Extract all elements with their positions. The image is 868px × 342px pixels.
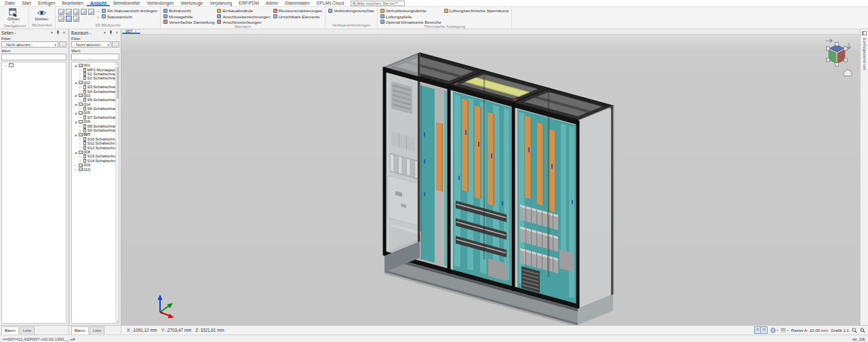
tab-close-icon[interactable]: ✕ bbox=[134, 29, 137, 33]
raster-indicator[interactable]: Raster A: 10,00 mm bbox=[791, 328, 828, 332]
viewport-tab-007[interactable]: 007 ✕ bbox=[122, 29, 140, 34]
grafik-indicator[interactable]: Grafik 1:1 bbox=[831, 328, 849, 332]
menu-tab-admin[interactable]: Admin bbox=[262, 0, 281, 6]
viewpoint-preset-icon[interactable] bbox=[81, 9, 87, 15]
revisionsmarkierungen-button[interactable]: Revisionsmarkierungen bbox=[273, 8, 323, 13]
seiten-tab-baum[interactable]: Baum bbox=[1, 326, 19, 335]
menu-tab-start[interactable]: Start bbox=[18, 0, 35, 6]
expand-icon[interactable]: ◢ bbox=[74, 111, 77, 115]
bauraum-filter-more-button[interactable]: ... bbox=[112, 41, 119, 48]
viewpoint-preset-icon[interactable] bbox=[73, 16, 79, 22]
tree-node-s3-schaltschrank[interactable]: ▷S3:Schaltschrank bbox=[73, 85, 119, 89]
menu-tab-ansicht[interactable]: Ansicht bbox=[87, 0, 110, 6]
menu-tab-eplan-cloud[interactable]: EPLAN Cloud bbox=[313, 0, 347, 6]
verlustleistungsdichte-button[interactable]: Verlustleistungsdichte bbox=[380, 8, 441, 13]
layers-dropdown[interactable]: ▾ bbox=[781, 328, 788, 333]
menu-tab-betriebsmittel[interactable]: Betriebsmittel bbox=[110, 0, 143, 6]
coordinate-system-dropdown[interactable]: ▾ bbox=[770, 328, 778, 333]
expand-icon[interactable]: ▷ bbox=[79, 146, 82, 149]
bauraum-wert-input[interactable] bbox=[71, 54, 119, 60]
tree-node-s5-schaltschrank[interactable]: ▷S5:Schaltschrank bbox=[73, 98, 119, 102]
bauraum-filter-dropdown[interactable]: - Nicht aktiviert - ▾ bbox=[71, 41, 111, 48]
tree-node-s11-schaltschrank[interactable]: ▷S11:Schaltschrank bbox=[73, 141, 119, 145]
menu-tab-bearbeiten[interactable]: Bearbeiten bbox=[59, 0, 87, 6]
expand-icon[interactable]: ▷ bbox=[79, 72, 82, 75]
chevron-down-icon[interactable]: ▾ bbox=[50, 31, 54, 35]
seiten-tree[interactable]: ▷ bbox=[1, 62, 66, 324]
pin-icon[interactable] bbox=[108, 31, 113, 35]
tree-node-s6-schaltschrank[interactable]: ▷S6:Schaltschrank bbox=[73, 107, 119, 111]
bohransicht-button[interactable]: Bohransicht bbox=[163, 8, 214, 13]
menu-tab-werkzeuge[interactable]: Werkzeuge bbox=[177, 0, 206, 6]
search-box[interactable] bbox=[351, 1, 405, 6]
zoom-fit-icon[interactable] bbox=[860, 328, 865, 333]
pin-icon[interactable] bbox=[56, 31, 60, 35]
bauraum-tree[interactable]: ▲ ▼ ◢001▷MP1:Montageplatte▷S1:Schaltschr… bbox=[71, 62, 119, 324]
seiten-filter-more-button[interactable]: ... bbox=[59, 41, 66, 48]
tree-node-mp1-montageplatte[interactable]: ▷MP1:Montageplatte bbox=[73, 67, 119, 71]
expand-icon[interactable]: ▷ bbox=[79, 77, 82, 80]
expand-icon[interactable]: ▷ bbox=[79, 107, 82, 111]
expand-icon[interactable]: ◢ bbox=[74, 120, 77, 124]
expand-icon[interactable]: ▷ bbox=[79, 142, 82, 145]
expand-icon[interactable]: ▷ bbox=[79, 155, 82, 158]
expand-icon[interactable]: ▷ bbox=[79, 137, 82, 140]
design-mode-icon[interactable]: ⊓ bbox=[761, 327, 767, 333]
expand-icon[interactable]: ▷ bbox=[4, 64, 7, 67]
close-icon[interactable]: ✕ bbox=[62, 31, 66, 35]
viewpoint-preset-icon[interactable] bbox=[58, 9, 64, 15]
anschlussbezeichnungen-button[interactable]: Anschlussbezeichnungen bbox=[217, 14, 270, 18]
tree-node-s8-schaltschrank[interactable]: ▷S8:Schaltschrank bbox=[73, 124, 119, 128]
menu-tab-erp-pdm[interactable]: ERP/PDM bbox=[235, 0, 262, 6]
expand-icon[interactable]: ◢ bbox=[74, 81, 77, 84]
expand-icon[interactable]: ▷ bbox=[74, 168, 77, 171]
expand-icon[interactable]: ▷ bbox=[79, 68, 82, 71]
viewpoint-preset-icon[interactable] bbox=[66, 9, 72, 15]
tree-node-s13-schaltschrank[interactable]: ▷S13:Schaltschrank bbox=[73, 154, 119, 158]
navigation-cube[interactable] bbox=[823, 39, 853, 78]
einfuegezentrum-tab[interactable]: Einfügezentrum bbox=[863, 38, 867, 71]
drehen-button[interactable]: Drehen bbox=[32, 8, 51, 21]
optimal-klimatisierte-bereiche-button[interactable]: Optimal klimatisierte Bereiche bbox=[380, 20, 441, 24]
object-snap-icon[interactable]: ⊓ bbox=[755, 327, 761, 333]
montagehilfe-button[interactable]: Montagehilfe bbox=[163, 14, 214, 18]
menu-tab-datei[interactable]: Datei bbox=[1, 0, 18, 6]
expand-icon[interactable]: ◢ bbox=[74, 102, 77, 106]
bauraum-tab-baum[interactable]: Baum bbox=[71, 326, 89, 335]
l-ftungstechnische-sperrr-ume-button[interactable]: Lüftungstechnische Sperrräume bbox=[444, 8, 509, 13]
3d-canvas[interactable] bbox=[121, 35, 860, 325]
expand-icon[interactable]: ▷ bbox=[79, 115, 82, 119]
tree-node-s4-schaltschrank[interactable]: ▷S4:Schaltschrank bbox=[73, 89, 119, 93]
tree-scrollbar[interactable]: ▲ ▼ bbox=[115, 62, 119, 323]
expand-icon[interactable]: ▷ bbox=[79, 86, 82, 89]
scroll-down-icon[interactable]: ▼ bbox=[116, 320, 119, 323]
chevron-down-icon[interactable]: ▾ bbox=[102, 31, 107, 35]
unsichtbare-elemente-button[interactable]: Unsichtbare Elemente bbox=[273, 14, 323, 18]
tree-node-s9-schaltschrank[interactable]: ▷S9:Schaltschrank bbox=[73, 128, 119, 132]
seiten-filter-dropdown[interactable]: - Nicht aktiviert - ▾ bbox=[1, 41, 58, 48]
expand-icon[interactable]: ▷ bbox=[79, 129, 82, 132]
einbauabst-nde-button[interactable]: Einbauabstände bbox=[217, 8, 270, 13]
viewpoint-preset-icon[interactable] bbox=[66, 16, 72, 22]
expand-icon[interactable]: ▷ bbox=[74, 164, 77, 167]
viewpoint-preset-icon[interactable] bbox=[88, 9, 94, 15]
expand-icon[interactable]: ◢ bbox=[74, 64, 77, 67]
tree-node-010[interactable]: ▷010 bbox=[73, 167, 119, 171]
expand-icon[interactable]: ▷ bbox=[79, 124, 82, 128]
zoom-area-icon[interactable] bbox=[852, 328, 857, 333]
statusansicht-button[interactable]: Statusansicht bbox=[102, 14, 157, 18]
tree-node-s1-schaltschrank[interactable]: ▷S1:Schaltschrank bbox=[73, 72, 119, 76]
menu-tab-einf-gen[interactable]: Einfügen bbox=[35, 0, 59, 6]
bauraum-tab-liste[interactable]: Liste bbox=[90, 326, 105, 335]
close-icon[interactable]: ✕ bbox=[115, 31, 119, 35]
tree-node-s10-schaltschrank[interactable]: ▷S10:Schaltschrank bbox=[73, 137, 119, 141]
panel-toggle-icon[interactable] bbox=[862, 31, 867, 35]
als-statusansicht-festlegen-button[interactable]: Als Statusansicht festlegen bbox=[102, 8, 157, 13]
tree-node-s14-schaltschrank[interactable]: ▷S14:Schaltschrank bbox=[73, 159, 119, 163]
scroll-up-icon[interactable]: ▲ bbox=[116, 62, 119, 65]
verbindungsvorschau-button[interactable]: Verbindungsvorschau bbox=[328, 8, 374, 13]
tree-node-s12-schaltschrank[interactable]: ▷S12:Schaltschrank bbox=[73, 145, 119, 149]
expand-icon[interactable]: ◢ bbox=[74, 133, 77, 136]
tree-node-s7-schaltschrank[interactable]: ▷S7:Schaltschrank bbox=[73, 115, 119, 119]
tree-node-s2-schaltschrank[interactable]: ▷S2:Schaltschrank bbox=[73, 76, 119, 80]
